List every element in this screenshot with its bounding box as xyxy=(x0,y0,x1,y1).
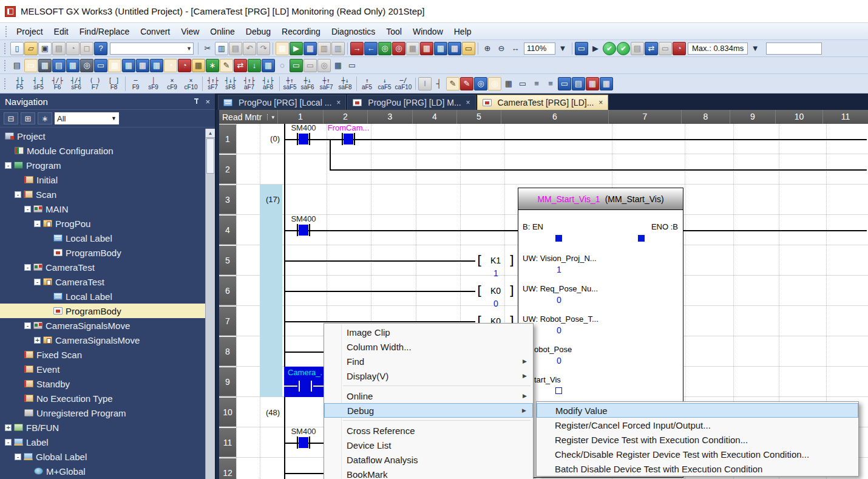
ladder-symbol-button[interactable]: ┤↓├sF8 xyxy=(221,76,240,91)
tree-item[interactable]: Module Configuration xyxy=(0,143,205,158)
ladder-symbol-button[interactable]: ┼↓saF8 xyxy=(336,76,354,91)
tree-item[interactable]: Initial xyxy=(0,172,205,187)
constant-operand[interactable]: [K1] xyxy=(475,253,516,268)
ladder-canvas[interactable]: 123456789101112 (0) (17) xyxy=(216,124,868,479)
print-preview-icon[interactable]: ◔ xyxy=(66,42,80,55)
find-pencil-icon[interactable]: ✎ xyxy=(446,77,459,90)
user-icon[interactable]: ◻ xyxy=(80,42,93,55)
context-menu-item[interactable] xyxy=(324,418,533,423)
monitor-win-icon[interactable]: ▭ xyxy=(24,59,38,72)
binocular-gray-icon[interactable]: ◎ xyxy=(317,59,331,72)
expand-toggle-icon[interactable]: - xyxy=(24,206,31,212)
paste-icon[interactable]: ▤ xyxy=(229,42,242,55)
verify-device-green-icon[interactable]: ◎ xyxy=(378,42,392,55)
tab-close-icon[interactable]: × xyxy=(598,98,603,107)
tree-item[interactable]: Unregistered Program xyxy=(0,406,205,420)
run-terminal-icon[interactable]: ▶ xyxy=(290,42,303,55)
print-icon[interactable]: ▤ xyxy=(52,42,66,55)
editor-tab[interactable]: ProgPou [PRG] [Local ... × xyxy=(218,95,346,110)
selected-contact-camera[interactable]: Camera_. xyxy=(284,367,327,397)
module-chip-icon[interactable]: ▦ xyxy=(38,59,52,72)
menu-item[interactable]: Online xyxy=(205,25,240,38)
menu-item[interactable]: Diagnostics xyxy=(326,25,381,38)
watch-gray-icon[interactable]: ▭ xyxy=(659,42,672,55)
device-blue-icon[interactable]: ▦ xyxy=(434,42,447,55)
monitor-window-icon[interactable]: ▭ xyxy=(575,42,588,55)
tree-item[interactable]: - CameraTest xyxy=(0,260,205,274)
fit-width-icon[interactable]: ↔ xyxy=(509,42,522,55)
io-check-icon[interactable]: ⇄ xyxy=(234,59,247,72)
expand-toggle-icon[interactable]: + xyxy=(34,337,41,344)
scan-time-dropdown-icon[interactable]: ▼ xyxy=(748,42,762,55)
chevron-down-icon[interactable]: ▾ xyxy=(267,114,274,120)
contact-sm400[interactable]: SM400 xyxy=(293,133,314,145)
device-blue2-icon[interactable]: ▦ xyxy=(448,42,461,55)
tree-item[interactable]: Fixed Scan xyxy=(0,347,205,362)
tree-item[interactable]: Event xyxy=(0,362,205,376)
collapse-all-icon[interactable]: ⊟ xyxy=(4,112,18,124)
tree-item[interactable]: Standby xyxy=(0,376,205,391)
tree-item[interactable]: - ProgPou xyxy=(0,216,205,231)
device-red-icon[interactable]: ▦ xyxy=(420,42,433,55)
download-green-icon[interactable]: ↓ xyxy=(248,59,261,72)
tree-item[interactable]: No Execution Type xyxy=(0,391,205,406)
zoom-out-icon[interactable]: ⊖ xyxy=(495,42,508,55)
window-gray-icon[interactable]: ▭ xyxy=(303,59,317,72)
redo-icon[interactable]: ↷ xyxy=(257,42,270,55)
inst-edit-icon[interactable]: I xyxy=(418,77,432,90)
close-icon[interactable]: × xyxy=(205,97,210,106)
tree-item[interactable]: - MAIN xyxy=(0,202,205,216)
context-menu-item[interactable] xyxy=(324,383,533,389)
ladder-symbol-button[interactable]: ┼↑saF7 xyxy=(317,76,336,91)
ladder-symbol-button[interactable]: │sF9 xyxy=(144,76,163,91)
fb-red-icon[interactable]: ▦ xyxy=(586,77,599,90)
menu-item[interactable]: Window xyxy=(407,25,449,38)
note-list-icon[interactable]: ▤ xyxy=(572,77,585,90)
menu-item[interactable]: View xyxy=(175,25,205,38)
find-window-icon[interactable]: ◎ xyxy=(80,59,93,72)
tree-filter-select[interactable]: All▼ xyxy=(55,112,119,124)
pin-icon[interactable] xyxy=(193,98,200,105)
write-to-plc-icon[interactable]: → xyxy=(350,42,364,55)
tree-item[interactable]: ProgramBody xyxy=(0,304,205,318)
tree-item[interactable]: - Label xyxy=(0,435,205,449)
menu-item[interactable]: Find/Replace xyxy=(74,25,135,38)
monitor-ok-icon[interactable]: ✔ xyxy=(603,42,616,55)
menu-item[interactable]: Tool xyxy=(381,25,407,38)
tree-item[interactable]: - CameraTest xyxy=(0,274,205,289)
zoom-dropdown-icon[interactable]: ▼ xyxy=(556,42,569,55)
paste-gray-icon[interactable]: ▥ xyxy=(317,42,331,55)
device-r-icon[interactable]: ▦ xyxy=(136,59,149,72)
ladder-symbol-button[interactable]: [ ]F8 xyxy=(104,76,123,91)
context-menu-item[interactable]: Dataflow Analysis xyxy=(324,452,533,467)
monitor-mode-header[interactable]: Read Mntr ▾ xyxy=(219,110,278,124)
ladder-symbol-button[interactable]: ┤/├F6 xyxy=(48,76,67,91)
menu-item[interactable]: Project xyxy=(11,25,49,38)
expand-toggle-icon[interactable]: - xyxy=(24,322,31,329)
device-gray-icon[interactable]: ▦ xyxy=(406,42,419,55)
ladder-symbol-button[interactable]: ×cF9 xyxy=(163,76,181,91)
submenu-item[interactable]: Register/Cancel Forced Input/Output... xyxy=(537,418,858,432)
expand-toggle-icon[interactable]: - xyxy=(15,191,21,198)
ladder-symbol-button[interactable]: ( )F7 xyxy=(86,76,104,91)
expand-toggle-icon[interactable]: - xyxy=(5,162,12,169)
tree-item[interactable]: Project xyxy=(0,129,205,143)
menu-item[interactable]: Convert xyxy=(135,25,175,38)
tree-item[interactable]: - CameraSignalsMove xyxy=(0,318,205,333)
fb-blue-icon[interactable]: ▦ xyxy=(600,77,613,90)
align-right-icon[interactable]: ≡ xyxy=(544,77,557,90)
label-list-icon[interactable]: ▤ xyxy=(52,59,66,72)
cursor-find-icon[interactable]: ◌ xyxy=(276,59,289,72)
context-menu-item[interactable]: Image Clip xyxy=(324,325,533,339)
device-k-icon[interactable]: ▦ xyxy=(108,59,121,72)
device-tree-icon[interactable]: ▦ xyxy=(150,59,163,72)
ladder-symbol-button[interactable]: ┤↓├aF8 xyxy=(259,76,277,91)
context-menu-item[interactable]: Device List xyxy=(324,438,533,452)
find-pencil2-icon[interactable]: ✎ xyxy=(460,77,473,90)
insert-row-icon[interactable]: ▦ xyxy=(502,77,515,90)
expand-toggle-icon[interactable]: - xyxy=(34,279,41,285)
open-project-icon[interactable]: ▱ xyxy=(24,42,38,55)
ladder-symbol-button[interactable]: ─F9 xyxy=(125,76,144,91)
tab-close-icon[interactable]: × xyxy=(336,98,341,107)
ladder-symbol-button[interactable]: ┤├F5 xyxy=(10,76,29,91)
